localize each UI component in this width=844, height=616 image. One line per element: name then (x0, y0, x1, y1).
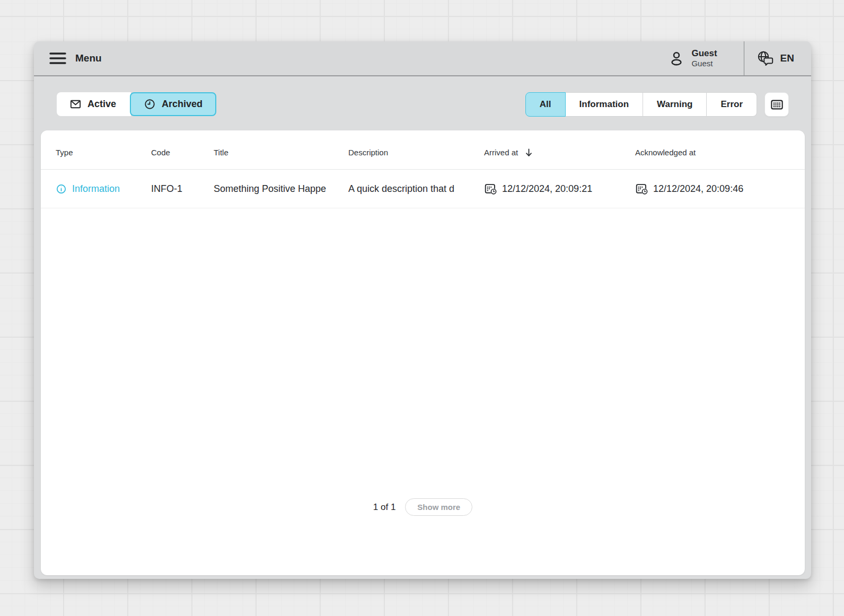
user-name: Guest (691, 48, 717, 59)
row-type-label: Information (72, 183, 120, 195)
filter-error-button[interactable]: Error (706, 92, 757, 117)
column-header-description-label: Description (348, 148, 388, 157)
column-header-description[interactable]: Description (348, 143, 484, 157)
clock-icon (144, 98, 156, 110)
row-title-cell: Something Positive Happe (214, 183, 348, 195)
column-header-type-label: Type (56, 148, 73, 157)
row-code-cell: INFO-1 (151, 183, 214, 195)
tab-archived-label: Archived (162, 99, 203, 110)
calendar-clock-icon (635, 182, 648, 196)
table-header-row: Type Code Title Description Arrived at (41, 130, 805, 170)
info-circle-icon (56, 183, 67, 195)
filter-error-label: Error (720, 99, 743, 110)
globe-chat-icon (756, 50, 775, 67)
column-header-title-label: Title (214, 148, 228, 157)
column-header-type[interactable]: Type (56, 143, 151, 157)
pagination-bar: 1 of 1 Show more (41, 498, 805, 516)
row-arrived-at-value: 12/12/2024, 20:09:21 (502, 183, 592, 195)
calendar-clock-icon (484, 182, 497, 196)
app-window: Menu Guest Guest (34, 41, 811, 579)
column-header-code[interactable]: Code (151, 143, 214, 157)
grid-view-icon (770, 98, 784, 112)
column-header-code-label: Code (151, 148, 170, 157)
tab-active[interactable]: Active (57, 92, 131, 116)
grid-view-button[interactable] (764, 92, 789, 117)
column-header-acknowledged-at-label: Acknowledged at (635, 148, 696, 157)
column-header-title[interactable]: Title (214, 143, 348, 157)
filter-all-label: All (540, 99, 551, 110)
filter-all-button[interactable]: All (525, 92, 566, 117)
row-description-cell: A quick description that d (348, 183, 484, 195)
row-acknowledged-at-value: 12/12/2024, 20:09:46 (653, 183, 743, 195)
tab-active-label: Active (87, 99, 116, 110)
tab-archived[interactable]: Archived (130, 92, 216, 116)
filter-warning-label: Warning (657, 99, 692, 110)
menu-label: Menu (75, 52, 102, 64)
arrow-down-icon (525, 148, 533, 157)
envelope-icon (69, 98, 82, 110)
filter-information-button[interactable]: Information (565, 92, 644, 117)
person-icon (668, 50, 685, 67)
column-header-acknowledged-at[interactable]: Acknowledged at (635, 143, 796, 157)
row-arrived-at-cell: 12/12/2024, 20:09:21 (484, 182, 635, 196)
notifications-panel: Type Code Title Description Arrived at (41, 130, 805, 575)
menu-button[interactable]: Menu (49, 51, 102, 65)
user-account-button[interactable]: Guest Guest (668, 48, 717, 68)
state-filter-tabs: Active Archived (57, 92, 216, 116)
page-indicator: 1 of 1 (373, 502, 396, 513)
user-name-block: Guest Guest (691, 48, 717, 68)
filter-toolbar: Active Archived All Information (34, 76, 811, 117)
hamburger-icon (49, 51, 67, 65)
user-role: Guest (691, 59, 717, 68)
column-header-arrived-at-label: Arrived at (484, 148, 518, 157)
filter-warning-button[interactable]: Warning (643, 92, 707, 117)
desktop-canvas: { "topbar": { "menu_label": "Menu", "use… (0, 0, 844, 616)
type-filter-tabs: All Information Warning Error (525, 92, 757, 117)
filter-information-label: Information (579, 99, 629, 110)
show-more-button[interactable]: Show more (405, 498, 472, 516)
row-type-cell: Information (56, 183, 151, 195)
top-bar: Menu Guest Guest (34, 41, 811, 76)
column-header-arrived-at[interactable]: Arrived at (484, 143, 635, 157)
table-row[interactable]: Information INFO-1 Something Positive Ha… (41, 170, 805, 208)
language-selector[interactable]: EN (744, 50, 811, 67)
type-filter-group: All Information Warning Error (525, 92, 789, 117)
language-code: EN (780, 52, 794, 64)
row-acknowledged-at-cell: 12/12/2024, 20:09:46 (635, 182, 796, 196)
